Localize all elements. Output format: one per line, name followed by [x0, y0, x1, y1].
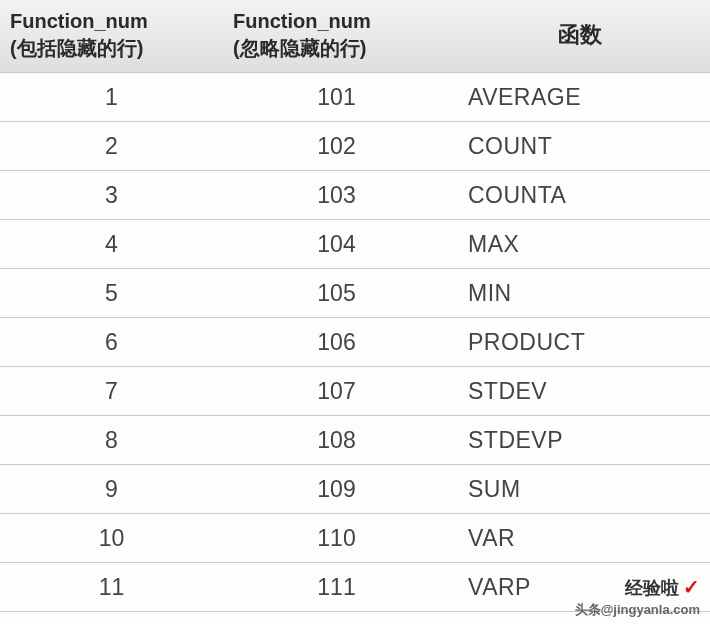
table-row: 3 103 COUNTA: [0, 171, 710, 220]
cell-num-include: 2: [0, 122, 223, 171]
table-row: 9 109 SUM: [0, 465, 710, 514]
cell-num-ignore: 103: [223, 171, 450, 220]
watermark: 经验啦 ✓ 头条@jingyanla.com: [575, 575, 700, 618]
cell-num-include: 9: [0, 465, 223, 514]
cell-num-include: 8: [0, 416, 223, 465]
table-row: 1 101 AVERAGE: [0, 73, 710, 122]
cell-function: COUNT: [450, 122, 710, 171]
watermark-url: 头条@jingyanla.com: [575, 602, 700, 617]
cell-num-ignore: 102: [223, 122, 450, 171]
cell-function: SUM: [450, 465, 710, 514]
cell-function: MAX: [450, 220, 710, 269]
cell-num-ignore: 105: [223, 269, 450, 318]
table-row: 4 104 MAX: [0, 220, 710, 269]
function-table: Function_num (包括隐藏的行) Function_num (忽略隐藏…: [0, 0, 710, 612]
cell-num-ignore: 109: [223, 465, 450, 514]
cell-function: STDEVP: [450, 416, 710, 465]
cell-num-include: 7: [0, 367, 223, 416]
cell-num-include: 10: [0, 514, 223, 563]
header-col2-line1: Function_num: [233, 10, 371, 32]
cell-num-ignore: 108: [223, 416, 450, 465]
header-include-hidden: Function_num (包括隐藏的行): [0, 0, 223, 73]
table-row: 5 105 MIN: [0, 269, 710, 318]
table-row: 2 102 COUNT: [0, 122, 710, 171]
header-col1-line1: Function_num: [10, 10, 148, 32]
watermark-title: 经验啦: [625, 578, 679, 598]
table-header: Function_num (包括隐藏的行) Function_num (忽略隐藏…: [0, 0, 710, 73]
cell-function: AVERAGE: [450, 73, 710, 122]
cell-num-ignore: 110: [223, 514, 450, 563]
cell-num-include: 6: [0, 318, 223, 367]
cell-function: VAR: [450, 514, 710, 563]
cell-function: MIN: [450, 269, 710, 318]
header-col3: 函数: [558, 22, 602, 47]
table-row: 7 107 STDEV: [0, 367, 710, 416]
cell-num-include: 5: [0, 269, 223, 318]
cell-num-ignore: 111: [223, 563, 450, 612]
table-row: 10 110 VAR: [0, 514, 710, 563]
table-row: 8 108 STDEVP: [0, 416, 710, 465]
cell-function: PRODUCT: [450, 318, 710, 367]
cell-function: COUNTA: [450, 171, 710, 220]
header-col1-line2: (包括隐藏的行): [10, 37, 143, 59]
cell-num-ignore: 104: [223, 220, 450, 269]
cell-num-include: 11: [0, 563, 223, 612]
cell-num-ignore: 107: [223, 367, 450, 416]
table-row: 6 106 PRODUCT: [0, 318, 710, 367]
cell-num-include: 1: [0, 73, 223, 122]
cell-num-include: 3: [0, 171, 223, 220]
header-col2-line2: (忽略隐藏的行): [233, 37, 366, 59]
header-function: 函数: [450, 0, 710, 73]
cell-num-ignore: 106: [223, 318, 450, 367]
cell-num-ignore: 101: [223, 73, 450, 122]
cell-function: STDEV: [450, 367, 710, 416]
table-body: 1 101 AVERAGE 2 102 COUNT 3 103 COUNTA 4…: [0, 73, 710, 612]
check-icon: ✓: [683, 576, 700, 598]
header-ignore-hidden: Function_num (忽略隐藏的行): [223, 0, 450, 73]
cell-num-include: 4: [0, 220, 223, 269]
